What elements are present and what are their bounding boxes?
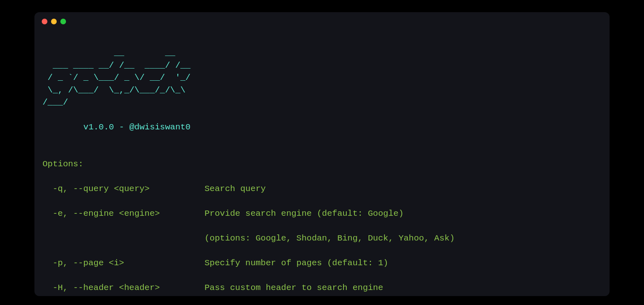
option-row: -q, --query <query>Search query: [43, 183, 601, 195]
version-text: v1.0.0 - @dwisiswant0: [43, 121, 601, 133]
option-flags: -q, --query <query>: [43, 183, 205, 195]
option-desc: Specify number of pages (default: 1): [205, 257, 601, 269]
option-row: -p, --page <i>Specify number of pages (d…: [43, 257, 601, 269]
option-row: -e, --engine <engine>Provide search engi…: [43, 208, 601, 220]
option-flags: -p, --page <i>: [43, 257, 205, 269]
options-header: Options:: [43, 158, 601, 170]
ascii-banner: __ __ ___ ____ __/ /__ ____/ /__ / _ `/ …: [43, 47, 601, 109]
maximize-button[interactable]: [60, 19, 66, 24]
option-flags: -H, --header <header>: [43, 282, 205, 294]
title-bar: [34, 12, 610, 31]
option-desc: Pass custom header to search engine: [205, 282, 601, 294]
terminal-window: __ __ ___ ____ __/ /__ ____/ /__ / _ `/ …: [34, 12, 610, 296]
minimize-button[interactable]: [51, 19, 57, 24]
terminal-output: __ __ ___ ____ __/ /__ ____/ /__ / _ `/ …: [34, 31, 610, 296]
option-desc: Search query: [205, 183, 601, 195]
options-block: Options: -q, --query <query>Search query…: [43, 146, 601, 296]
close-button[interactable]: [42, 19, 47, 24]
option-desc: Provide search engine (default: Google): [205, 208, 601, 220]
option-row: -H, --header <header>Pass custom header …: [43, 282, 601, 294]
option-flags: -e, --engine <engine>: [43, 208, 205, 220]
option-continuation: (options: Google, Shodan, Bing, Duck, Ya…: [43, 232, 601, 245]
